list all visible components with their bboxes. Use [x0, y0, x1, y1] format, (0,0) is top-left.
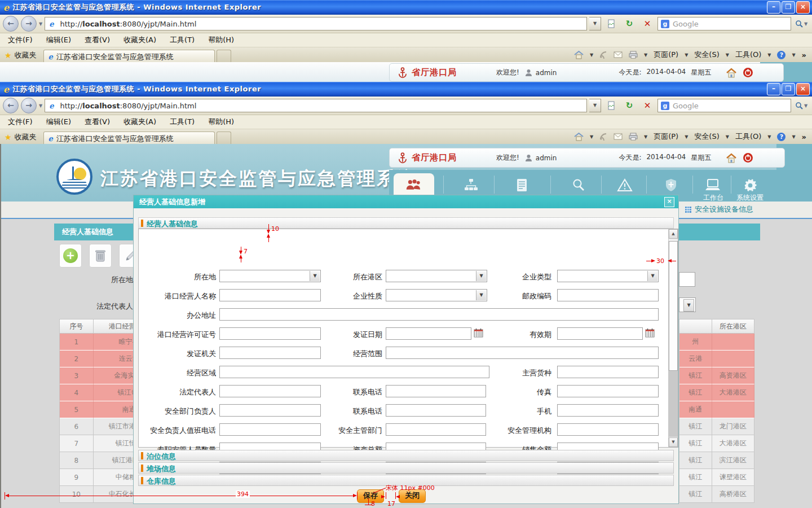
nav-shield-icon[interactable] — [661, 177, 681, 194]
home-shortcut-icon[interactable] — [726, 68, 737, 78]
stop-button[interactable]: ✕ — [639, 98, 655, 113]
safety-menu[interactable]: 安全(S) — [694, 50, 719, 60]
submenu-safety-equipment[interactable]: 安全设施设备信息 — [685, 204, 753, 214]
form-date-field[interactable] — [557, 327, 643, 340]
favorites-button[interactable]: ★ 收藏夹 — [5, 132, 37, 142]
table-row[interactable]: 州 — [679, 334, 754, 351]
background-input-sliver[interactable] — [679, 272, 695, 287]
search-go-button[interactable]: ▼ — [793, 17, 809, 30]
print-icon[interactable] — [629, 133, 638, 141]
menu-help[interactable]: 帮助(H) — [208, 117, 234, 127]
home-icon[interactable] — [574, 133, 584, 141]
close-button[interactable]: × — [796, 1, 810, 14]
chevron-down-icon[interactable]: ▼ — [647, 271, 657, 281]
forward-button[interactable]: → — [21, 98, 37, 113]
url-input[interactable]: e http://localhost:8080/yjpt/Main.html — [45, 99, 587, 112]
menu-edit[interactable]: 编辑(E) — [46, 35, 71, 45]
menu-view[interactable]: 查看(V) — [85, 35, 110, 45]
home-dropdown-icon[interactable]: ▼ — [590, 134, 593, 139]
restore-button[interactable]: ❐ — [782, 83, 795, 95]
form-text-field[interactable] — [386, 347, 659, 359]
menu-favorites[interactable]: 收藏夹(A) — [123, 35, 156, 45]
table-row[interactable]: 镇江大港港区 — [679, 435, 754, 452]
nav-document-icon[interactable] — [512, 177, 532, 194]
accordion-yard[interactable]: 堆场信息 — [138, 462, 674, 474]
search-input[interactable]: g Google — [657, 99, 791, 112]
help-icon[interactable]: ? — [777, 51, 785, 59]
new-tab-button[interactable] — [217, 50, 231, 63]
accordion-berth[interactable]: 泊位信息 — [138, 450, 674, 461]
logout-icon[interactable] — [743, 67, 753, 78]
logout-icon[interactable] — [743, 152, 753, 163]
print-dropdown-icon[interactable]: ▼ — [644, 52, 647, 58]
scroll-down-icon[interactable]: ▼ — [669, 437, 678, 447]
back-button[interactable]: ← — [3, 98, 19, 113]
nav-workbench-icon[interactable] — [703, 177, 723, 194]
form-text-field[interactable] — [557, 289, 659, 301]
mail-icon[interactable] — [614, 133, 623, 140]
close-button[interactable]: × — [796, 83, 810, 95]
menu-file[interactable]: 文件(F) — [8, 35, 33, 45]
browser-tab[interactable]: e 江苏省港口安全监管与应急管理系统 — [43, 50, 215, 63]
home-icon[interactable] — [574, 51, 584, 59]
history-dropdown-icon[interactable]: ▼ — [39, 103, 42, 108]
print-icon[interactable] — [629, 51, 638, 59]
close-button-dialog[interactable]: 关闭 — [399, 489, 426, 503]
nav-settings-icon[interactable] — [740, 177, 760, 194]
page-menu[interactable]: 页面(P) — [654, 132, 678, 142]
forward-button[interactable]: → — [21, 16, 37, 32]
compatibility-view-button[interactable] — [603, 98, 619, 113]
help-icon[interactable]: ? — [777, 133, 785, 141]
form-scrollbar[interactable]: ▲ ▼ — [668, 229, 678, 447]
search-go-button[interactable]: ▼ — [793, 99, 809, 112]
table-row[interactable]: 镇江谏壁港区 — [679, 469, 754, 486]
rss-icon[interactable] — [599, 133, 607, 141]
home-dropdown-icon[interactable]: ▼ — [590, 52, 593, 58]
menu-view[interactable]: 查看(V) — [85, 117, 110, 127]
page-menu[interactable]: 页面(P) — [654, 50, 678, 60]
table-row[interactable]: 镇江大港港区 — [679, 384, 754, 401]
browser-tab[interactable]: e 江苏省港口安全监管与应急管理系统 — [43, 132, 215, 145]
table-row[interactable]: 南通 — [679, 401, 754, 418]
form-text-field[interactable] — [557, 423, 659, 436]
calendar-icon[interactable] — [645, 329, 655, 339]
menu-help[interactable]: 帮助(H) — [208, 35, 234, 45]
refresh-button[interactable]: ↻ — [621, 98, 637, 113]
form-select[interactable]: ▼ — [557, 270, 659, 282]
add-button[interactable]: + — [59, 244, 82, 268]
scrollbar-thumb[interactable] — [669, 241, 678, 371]
url-dropdown-button[interactable]: ▼ — [589, 17, 601, 30]
menu-tools[interactable]: 工具(T) — [170, 117, 195, 127]
menu-tools[interactable]: 工具(T) — [170, 35, 195, 45]
menu-file[interactable]: 文件(F) — [8, 117, 33, 127]
restore-button[interactable]: ❐ — [782, 1, 795, 14]
print-dropdown-icon[interactable]: ▼ — [644, 134, 647, 139]
table-row[interactable]: 镇江高资港区 — [679, 367, 754, 384]
more-commands-icon[interactable]: » — [802, 51, 806, 59]
search-options-icon[interactable]: ▼ — [804, 103, 807, 108]
nav-search-icon[interactable] — [568, 177, 589, 194]
content-tab-operators[interactable]: 经营人基础信息 — [54, 224, 133, 240]
form-text-field[interactable] — [557, 385, 659, 397]
scrollbar-track[interactable] — [669, 371, 678, 437]
form-text-field[interactable] — [557, 404, 659, 417]
form-text-field[interactable] — [219, 308, 659, 321]
tools-menu[interactable]: 工具(O) — [735, 50, 761, 60]
search-input[interactable]: g Google — [657, 17, 791, 30]
minimize-button[interactable]: – — [767, 1, 780, 14]
accordion-warehouse[interactable]: 仓库信息 — [138, 475, 674, 486]
chevron-down-icon[interactable]: ▼ — [683, 299, 694, 312]
background-select-sliver[interactable]: ▼ — [679, 297, 696, 312]
delete-button[interactable] — [89, 244, 112, 268]
nav-orgchart-icon[interactable] — [461, 177, 481, 194]
nav-operators-icon[interactable] — [404, 177, 424, 194]
url-input[interactable]: e http://localhost:8080/yjpt/Main.html — [45, 17, 587, 30]
table-row[interactable]: 云港 — [679, 351, 754, 367]
new-tab-button[interactable] — [217, 132, 231, 145]
minimize-button[interactable]: – — [767, 83, 780, 95]
more-commands-icon[interactable]: » — [802, 133, 806, 141]
tools-menu[interactable]: 工具(O) — [735, 132, 761, 142]
table-row[interactable]: 镇江高桥港区 — [679, 486, 754, 503]
mail-icon[interactable] — [614, 51, 623, 58]
compatibility-view-button[interactable] — [603, 16, 619, 31]
